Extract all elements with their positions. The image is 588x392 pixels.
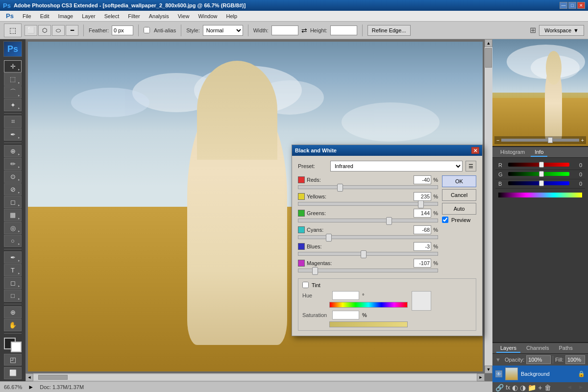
menu-select[interactable]: Select [100, 12, 123, 20]
menu-analysis[interactable]: Analysis [145, 12, 173, 20]
height-input[interactable] [330, 25, 357, 35]
magentas-track[interactable] [298, 269, 438, 272]
quick-mask-toggle[interactable]: ◰ [4, 354, 22, 365]
scroll-up-btn[interactable]: ▲ [485, 39, 492, 47]
layer-group-btn[interactable]: 📁 [528, 384, 536, 392]
rounded-marquee-btn[interactable]: ⬡ [38, 25, 51, 36]
menu-window[interactable]: Window [194, 12, 221, 20]
zoom-out-icon[interactable]: − [496, 137, 499, 143]
greens-input[interactable] [414, 209, 431, 218]
auto-button[interactable]: Auto [442, 203, 476, 215]
zoom-in-icon[interactable]: + [581, 137, 584, 143]
window-controls[interactable]: — □ ✕ [560, 2, 585, 9]
feather-input[interactable] [112, 25, 133, 35]
blur-tool[interactable]: ◎▸ [4, 222, 22, 234]
layer-visibility-eye[interactable]: 👁 [495, 370, 502, 377]
workspace-button[interactable]: Workspace ▼ [539, 25, 584, 36]
layers-tab[interactable]: Layers [496, 344, 520, 353]
gradient-tool[interactable]: ▦▸ [4, 209, 22, 221]
crop-tool[interactable]: ⌗ [4, 116, 22, 128]
ellipse-marquee-btn[interactable]: ⬭ [52, 25, 65, 36]
selection-tool[interactable]: ◻▸ [4, 277, 22, 289]
zoom-slider-track[interactable] [501, 139, 579, 142]
marquee-tool-btn[interactable]: ⬚ [4, 24, 22, 37]
brush-tool[interactable]: ✏▸ [4, 158, 22, 170]
link-layers-btn[interactable]: 🔗 [495, 384, 504, 392]
hand-tool[interactable]: ✋ [4, 319, 22, 331]
scroll-thumb-v[interactable] [485, 48, 492, 68]
background-color[interactable] [11, 342, 22, 352]
menu-edit[interactable]: Edit [36, 12, 53, 20]
menu-layer[interactable]: Layer [78, 12, 99, 20]
eraser-tool[interactable]: ◻▸ [4, 196, 22, 208]
scroll-right-btn[interactable]: ► [477, 373, 485, 381]
text-tool[interactable]: T▸ [4, 264, 22, 276]
blues-input[interactable] [414, 242, 431, 251]
canvas-scrollbar-vertical[interactable]: ▲ ▼ [485, 39, 492, 373]
adjustment-layer-btn[interactable]: ◑ [520, 384, 526, 392]
menu-view[interactable]: View [174, 12, 194, 20]
fill-input[interactable] [565, 355, 585, 364]
hue-input[interactable] [332, 291, 359, 300]
menu-help[interactable]: Help [222, 12, 242, 20]
tint-checkbox[interactable] [302, 282, 309, 288]
style-select[interactable]: Normal Fixed Ratio Fixed Size [203, 25, 243, 36]
cyans-input[interactable] [414, 225, 431, 234]
blues-track[interactable] [298, 252, 438, 256]
menu-ps[interactable]: Ps [2, 11, 18, 21]
layer-style-btn[interactable]: fx [506, 384, 510, 391]
zoom-tool[interactable]: ⊕ [4, 306, 22, 318]
tint-color-preview[interactable] [412, 291, 431, 311]
yellows-input[interactable] [414, 192, 431, 201]
shape-tool[interactable]: □▸ [4, 290, 22, 302]
reds-track[interactable] [298, 185, 438, 189]
cyans-handle[interactable] [326, 234, 332, 242]
rect-marquee-btn[interactable]: ⬜ [24, 25, 37, 36]
info-tab[interactable]: Info [531, 148, 547, 157]
status-arrow-btn[interactable]: ► [28, 384, 34, 391]
yellows-handle[interactable] [418, 200, 424, 208]
swap-wh-icon[interactable]: ⇄ [301, 26, 307, 34]
menu-image[interactable]: Image [54, 12, 77, 20]
paths-tab[interactable]: Paths [555, 344, 577, 353]
ok-button[interactable]: OK [442, 175, 476, 187]
single-marquee-btn[interactable]: ━ [66, 25, 78, 36]
opacity-input[interactable] [526, 355, 551, 364]
saturation-input[interactable] [332, 311, 359, 319]
nav-right-btn[interactable]: ► [578, 384, 584, 391]
bw-dialog-close[interactable]: ✕ [471, 147, 479, 154]
magentas-handle[interactable] [312, 267, 318, 275]
new-layer-btn[interactable]: + [538, 384, 542, 392]
eyedropper-tool[interactable]: ✒▸ [4, 128, 22, 141]
healing-tool[interactable]: ⊕▸ [4, 145, 22, 157]
layer-background[interactable]: 👁 Background 🔒 [492, 366, 588, 382]
minimize-button[interactable]: — [560, 2, 567, 9]
preview-checkbox[interactable] [442, 217, 448, 223]
clone-tool[interactable]: ⊙▸ [4, 171, 22, 183]
menu-filter[interactable]: Filter [124, 12, 144, 20]
menu-file[interactable]: File [19, 12, 35, 20]
width-input[interactable] [271, 25, 298, 35]
refine-edge-button[interactable]: Refine Edge... [368, 25, 411, 36]
dodge-tool[interactable]: ○▸ [4, 235, 22, 247]
preset-menu-btn[interactable]: ☰ [466, 161, 476, 172]
move-tool[interactable]: ✛▸ [4, 60, 22, 73]
yellows-track[interactable] [298, 202, 438, 206]
layer-mask-btn[interactable]: ◐ [512, 384, 518, 392]
cancel-button[interactable]: Cancel [442, 189, 476, 201]
pen-tool[interactable]: ✒▸ [4, 251, 22, 264]
canvas-scrollbar-horizontal[interactable]: ◄ ► [25, 373, 485, 381]
lasso-tool[interactable]: ⌒▸ [4, 86, 22, 98]
reds-input[interactable] [414, 175, 431, 184]
scroll-down-btn[interactable]: ▼ [485, 366, 492, 373]
cyans-track[interactable] [298, 235, 438, 239]
delete-layer-btn[interactable]: 🗑 [544, 384, 551, 392]
screen-mode-btn[interactable]: ⬜ [4, 367, 22, 379]
close-button[interactable]: ✕ [577, 2, 585, 9]
greens-handle[interactable] [386, 217, 392, 225]
histogram-tab[interactable]: Histogram [496, 148, 529, 157]
preset-select[interactable]: Infrared Default Custom [330, 161, 463, 172]
greens-track[interactable] [298, 219, 438, 222]
anti-alias-checkbox[interactable] [144, 27, 150, 33]
nav-left-btn[interactable]: ◄ [566, 384, 572, 391]
